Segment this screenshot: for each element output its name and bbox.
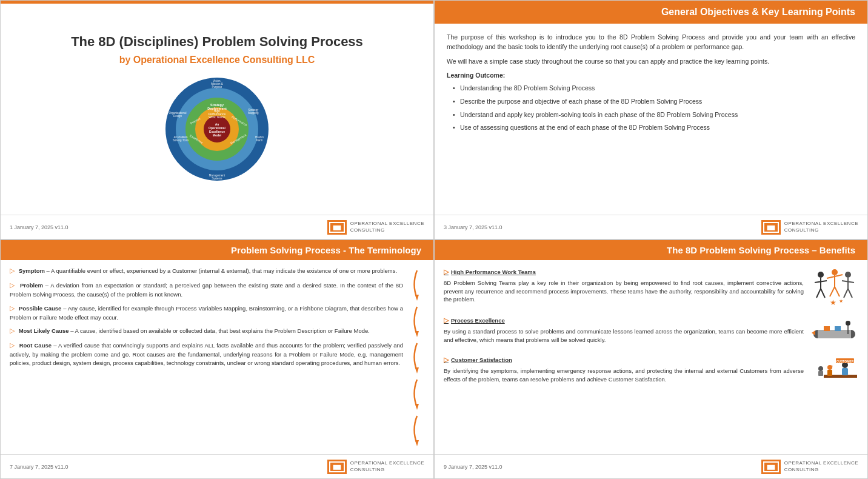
slide4-section-0: ▷ High Performance Work Teams 8D Problem… <box>444 267 858 310</box>
slide3-def-4: – A verified cause that convincingly sup… <box>10 342 403 366</box>
slide3-term-3: Most Likely Cause <box>19 327 69 334</box>
logo-icon <box>327 220 347 235</box>
slide3-item-4: ▷ Root Cause – A verified cause that con… <box>10 341 403 367</box>
arrow-1: ▷ <box>10 281 15 289</box>
svg-text:Mapping: Mapping <box>248 112 259 115</box>
slide3-term-1: Problem <box>20 282 43 289</box>
slide2-body: The purpose of this workshop is to intro… <box>435 24 867 142</box>
slide4-body-0: 8D Problem Solving Teams play a key role… <box>444 279 804 304</box>
logo-text-2: OPERATIONAL EXCELLENCE CONSULTING <box>784 221 858 233</box>
svg-line-48 <box>816 289 821 298</box>
svg-marker-41 <box>415 440 419 446</box>
slide4-footer: 9 January 7, 2025 v11.0 OPERATIONAL EXCE… <box>435 454 867 478</box>
slide4-body-1: By using a standard process to solve pro… <box>444 327 804 344</box>
slide4-title-1: ▷ Process Excellence <box>444 316 804 326</box>
svg-text:☺: ☺ <box>830 364 833 368</box>
svg-text:★: ★ <box>839 298 843 304</box>
arrow-4: ▷ <box>10 341 15 349</box>
slide2-bullet-3: Understand and apply key problem-solving… <box>453 110 855 120</box>
slide4-section-name-2: Customer Satisfaction <box>451 356 512 364</box>
slide4-section-1: ▷ Process Excellence By using a standard… <box>444 316 858 349</box>
customer-image-svg: CUSTOMER ☺ <box>812 355 857 392</box>
slide4-body-2: By identifying the symptoms, implementin… <box>444 367 804 384</box>
svg-marker-37 <box>415 295 419 301</box>
slide3-item-0: ▷ Symptom – A quantifiable event or effe… <box>10 266 403 276</box>
logo-text: OPERATIONAL EXCELLENCE CONSULTING <box>350 221 424 233</box>
slide1-logo: OPERATIONAL EXCELLENCE CONSULTING <box>327 220 424 235</box>
circle-diagram: An Operational Excellence Model Strategy… <box>162 75 272 184</box>
svg-text:Purpose: Purpose <box>212 85 222 89</box>
slide3-item-2: ▷ Possible Cause – Any cause, identified… <box>10 304 403 322</box>
svg-rect-77 <box>818 371 823 376</box>
slide1-footer: 1 January 7, 2025 v11.0 OPERATIONAL EXCE… <box>1 215 433 239</box>
slide2-bullet-2: Describe the purpose and objective of ea… <box>453 97 855 107</box>
svg-text:Model: Model <box>213 133 222 137</box>
slide4-title-2: ▷ Customer Satisfaction <box>444 355 804 365</box>
slide1-company-name: Operational Excellence Consulting LLC <box>133 55 315 65</box>
slide4-image-2: CUSTOMER ☺ <box>810 355 858 392</box>
svg-rect-67 <box>835 326 841 331</box>
slide4-image-0: ★ ★ <box>810 267 858 310</box>
slide4-section-name-1: Process Excellence <box>451 317 505 325</box>
slide1-subtitle-prefix: by <box>119 55 131 65</box>
svg-text:Design: Design <box>173 115 182 118</box>
arrow-3: ▷ <box>10 327 15 334</box>
svg-line-53 <box>830 287 835 296</box>
svg-line-59 <box>848 289 852 298</box>
svg-marker-38 <box>415 331 419 337</box>
slide2-header-title: General Objectives & Key Learning Points <box>447 7 855 18</box>
circle-diagram-container: An Operational Excellence Model Strategy… <box>25 75 409 184</box>
svg-text:Systems: Systems <box>212 177 222 180</box>
slide2-bullet-1: Understanding the 8D Problem Solving Pro… <box>453 84 855 93</box>
svg-text:Kanri: Kanri <box>256 139 263 142</box>
svg-line-54 <box>835 287 840 296</box>
slide3-logo: OPERATIONAL EXCELLENCE CONSULTING <box>327 460 424 474</box>
slide4-text-0: ▷ High Performance Work Teams 8D Problem… <box>444 267 804 304</box>
slide4-arrow-0: ▷ <box>444 267 449 277</box>
slide4-header-title: The 8D Problem Solving Process – Benefit… <box>447 245 855 255</box>
slide3-footer-text: 7 January 7, 2025 v11.0 <box>10 464 68 470</box>
slide2-bullets-list: Understanding the 8D Problem Solving Pro… <box>447 84 855 133</box>
svg-text:Work Teams: Work Teams <box>209 115 225 119</box>
process-image-svg <box>812 316 857 349</box>
slide4-body: ▷ High Performance Work Teams 8D Problem… <box>435 260 867 405</box>
slide3-body: ▷ Symptom – A quantifiable event or effe… <box>1 260 433 472</box>
slide1-title: The 8D (Disciplines) Problem Solving Pro… <box>25 34 409 50</box>
slide2-footer-text: 3 January 7, 2025 v11.0 <box>444 224 502 230</box>
svg-text:★: ★ <box>830 298 836 307</box>
slide2-footer: 3 January 7, 2025 v11.0 OPERATIONAL EXCE… <box>435 215 867 239</box>
slide3-header: Problem Solving Process - The Terminolog… <box>1 240 433 260</box>
svg-line-58 <box>844 289 848 298</box>
slide3-def-1: – A deviation from an expectation or sta… <box>10 282 403 298</box>
slide4-header: The 8D Problem Solving Process – Benefit… <box>435 240 867 260</box>
slide4-image-1 <box>810 316 858 349</box>
svg-rect-83 <box>767 464 775 469</box>
svg-line-49 <box>821 289 825 298</box>
slide3-footer: 7 January 7, 2025 v11.0 OPERATIONAL EXCE… <box>1 454 433 478</box>
slide3-term-4: Root Cause <box>19 342 52 349</box>
svg-rect-73 <box>842 368 848 375</box>
slide4-section-2: ▷ Customer Satisfaction By identifying t… <box>444 355 858 392</box>
slide2-logo: OPERATIONAL EXCELLENCE CONSULTING <box>761 220 858 235</box>
svg-text:CUSTOMER: CUSTOMER <box>836 360 853 363</box>
team-image-svg: ★ ★ <box>812 267 857 310</box>
slide3-term-0: Symptom <box>19 267 45 274</box>
svg-point-45 <box>818 272 824 278</box>
logo-icon-4 <box>761 460 781 474</box>
slide4-title-0: ▷ High Performance Work Teams <box>444 267 804 277</box>
svg-text:Solving Tools: Solving Tools <box>173 139 189 142</box>
slide3-items: ▷ Symptom – A quantifiable event or effe… <box>10 266 403 466</box>
slide3-item-1: ▷ Problem – A deviation from an expectat… <box>10 281 403 299</box>
slide3-item-3: ▷ Most Likely Cause – A cause, identifie… <box>10 326 403 336</box>
slide3-def-0: – A quantifiable event or effect, experi… <box>47 267 398 274</box>
slide-1: The 8D (Disciplines) Problem Solving Pro… <box>0 0 434 240</box>
slide2-header: General Objectives & Key Learning Points <box>435 1 867 24</box>
slide3-term-2: Possible Cause <box>19 305 61 312</box>
svg-rect-33 <box>333 225 341 230</box>
slide3-def-2: – Any cause, identified for example thro… <box>10 305 403 321</box>
svg-rect-36 <box>767 225 775 230</box>
slide1-subtitle: by Operational Excellence Consulting LLC <box>25 55 409 65</box>
svg-marker-70 <box>812 330 815 335</box>
logo-icon-3 <box>327 460 347 474</box>
slide4-footer-text: 9 January 7, 2025 v11.0 <box>444 464 502 470</box>
